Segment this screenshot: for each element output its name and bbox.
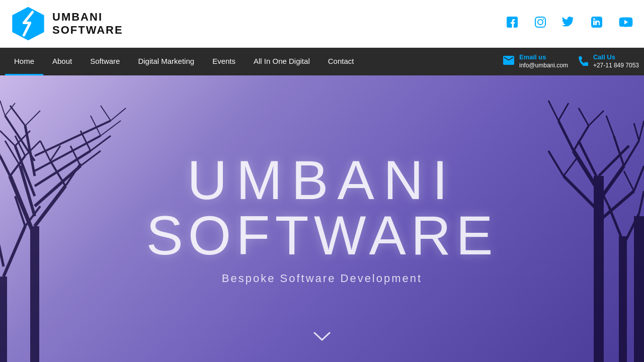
hero-title-line1: UMBANI xyxy=(187,152,457,208)
nav-contact[interactable]: Contact xyxy=(319,48,363,75)
nav-links: Home About Software Digital Marketing Ev… xyxy=(5,48,503,75)
email-contact: Email us info@umbani.com xyxy=(503,53,568,69)
nav-contact-info: Email us info@umbani.com Call Us +27-11 … xyxy=(503,53,639,69)
nav-about[interactable]: About xyxy=(43,48,81,75)
logo-icon xyxy=(10,6,46,42)
social-icons-bar xyxy=(505,15,634,33)
svg-point-3 xyxy=(543,18,544,19)
nav-digital-marketing[interactable]: Digital Marketing xyxy=(129,48,203,75)
svg-point-2 xyxy=(538,20,543,25)
logo-line2: SOFTWARE xyxy=(52,24,123,37)
hero-subtitle: Bespoke Software Development xyxy=(222,272,422,285)
twitter-icon[interactable] xyxy=(561,15,576,33)
nav-events[interactable]: Events xyxy=(203,48,245,75)
email-label: Email us xyxy=(519,53,568,62)
nav-all-in-one[interactable]: All In One Digital xyxy=(245,48,319,75)
site-header: UMBANI SOFTWARE xyxy=(0,0,644,48)
email-text: Email us info@umbani.com xyxy=(519,53,568,69)
nav-home[interactable]: Home xyxy=(5,48,43,75)
logo[interactable]: UMBANI SOFTWARE xyxy=(10,6,123,42)
instagram-icon[interactable] xyxy=(533,15,547,33)
main-navbar: Home About Software Digital Marketing Ev… xyxy=(0,48,644,75)
youtube-icon[interactable] xyxy=(618,15,634,33)
phone-contact: Call Us +27-11 849 7053 xyxy=(578,53,639,69)
hero-section: UMBANI SOFTWARE Bespoke Software Develop… xyxy=(0,75,644,362)
logo-line1: UMBANI xyxy=(52,11,123,24)
phone-icon xyxy=(578,55,588,68)
phone-label: Call Us xyxy=(593,53,639,62)
hero-content: UMBANI SOFTWARE Bespoke Software Develop… xyxy=(0,75,644,362)
email-value: info@umbani.com xyxy=(519,62,568,70)
svg-rect-1 xyxy=(535,17,545,27)
hero-chevron-down[interactable] xyxy=(312,329,332,348)
email-icon xyxy=(503,56,514,67)
facebook-icon[interactable] xyxy=(505,15,519,33)
nav-software[interactable]: Software xyxy=(81,48,129,75)
linkedin-icon[interactable] xyxy=(590,15,604,33)
phone-value: +27-11 849 7053 xyxy=(593,62,639,70)
logo-text: UMBANI SOFTWARE xyxy=(52,11,123,37)
phone-text: Call Us +27-11 849 7053 xyxy=(593,53,639,69)
hero-title-line2: SOFTWARE xyxy=(146,208,498,263)
